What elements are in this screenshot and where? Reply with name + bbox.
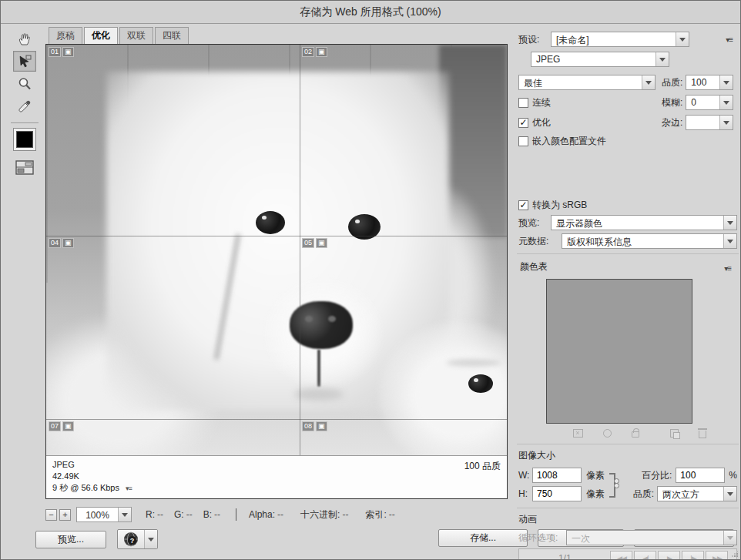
slice-05[interactable]: 05▣ [302,238,327,248]
delete-color-icon[interactable] [699,431,706,438]
blur-value: 0 [686,96,719,109]
preview-tabs: 原稿 优化 双联 四联 [49,29,508,44]
tab-optimized[interactable]: 优化 [84,27,118,44]
default-browser-button[interactable]: ? [117,529,158,549]
convert-srgb-label: 转换为 sRGB [532,199,587,212]
preset-select[interactable]: [未命名] [551,32,689,47]
save-for-web-dialog: 存储为 Web 所用格式 (100%) [0,0,741,560]
animation-playback-bar: 1/1 ◀◀ ◀| ▶ |▶ ▶▶ [518,548,737,560]
tab-4up[interactable]: 四联 [155,27,189,44]
slice-select-tool-button[interactable] [13,51,36,72]
height-label: H: [518,488,532,499]
panel-spacer [517,151,739,199]
matte-label: 杂边: [662,116,682,129]
chevron-down-icon [642,75,655,89]
slice-01[interactable]: 01▣ [49,47,74,57]
last-frame-button[interactable]: ▶▶ [706,551,728,560]
slice-image-icon: ▣ [62,421,74,431]
status-file-size: 42.49K [52,471,501,482]
tab-2up[interactable]: 双联 [119,27,153,44]
hand-icon [17,32,32,47]
optimize-menu-icon[interactable]: ▾≡ [726,35,733,44]
map-transparency-icon[interactable]: × [573,429,583,438]
g-readout: G:-- [174,509,193,520]
dialog-title: 存储为 Web 所用格式 (100%) [1,1,740,24]
width-input[interactable] [532,468,582,483]
eyedropper-icon [17,99,32,114]
footer-left: 预览... ? [35,529,158,549]
tab-original[interactable]: 原稿 [49,27,82,44]
metadata-select[interactable]: 版权和联系信息 [562,233,737,249]
format-select[interactable]: JPEG [531,52,669,67]
blur-label: 模糊: [662,96,682,109]
percent-unit: % [729,470,737,481]
matte-combo[interactable] [686,115,733,130]
convert-srgb-checkbox[interactable]: ✓ [518,200,528,210]
blur-combo[interactable]: 0 [686,95,733,110]
zoom-level-value: 100% [77,508,118,521]
slice-04[interactable]: 04▣ [49,238,74,248]
check-icon: ✓ [519,201,527,210]
slice-04-number: 04 [49,238,61,248]
image-size-section: W: 像素 百分比: % H: 像素 品质: 两次立方 [518,466,737,503]
color-table-area [546,279,692,424]
chevron-down-icon [719,116,733,129]
zoom-out-button[interactable]: − [45,509,57,521]
zoom-tool-button[interactable] [13,73,36,94]
slices-visibility-icon [15,160,34,175]
percent-input[interactable] [676,468,725,483]
compression-quality-select[interactable]: 最佳 [518,75,656,90]
next-frame-button[interactable]: |▶ [682,551,704,560]
slice-image-icon: ▣ [316,421,327,431]
preview-mode-select[interactable]: 显示器颜色 [551,215,737,230]
optimized-checkbox[interactable]: ✓ [518,118,528,128]
hand-tool-button[interactable] [13,29,36,49]
zoom-level-select[interactable]: 100% [76,507,132,522]
compression-quality-value: 最佳 [519,75,642,89]
puppy-mouth [317,350,320,387]
link-icon[interactable] [614,483,619,488]
previous-frame-button[interactable]: ◀| [634,551,656,560]
embed-profile-checkbox[interactable] [518,136,528,146]
play-button[interactable]: ▶ [658,551,680,560]
slice-07[interactable]: 07▣ [49,421,74,431]
section-separator [517,253,739,254]
save-button[interactable]: 存储... [438,529,528,547]
preview-in-browser-button[interactable]: 预览... [35,531,106,548]
progressive-label: 连续 [532,96,551,109]
lock-color-icon[interactable] [632,431,639,438]
r-readout: R:-- [146,509,163,520]
zoom-in-button[interactable]: + [59,509,71,521]
progressive-checkbox-row[interactable]: 连续 [518,96,656,109]
new-color-icon[interactable] [670,429,679,438]
slice-02-number: 02 [302,47,314,57]
quality-combo[interactable]: 100 [686,75,733,90]
resize-grip[interactable] [732,551,738,557]
color-table-menu-icon[interactable]: ▾≡ [724,264,731,273]
eyedropper-tool-button[interactable] [13,96,36,116]
section-separator [517,508,739,508]
optimized-checkbox-row[interactable]: ✓ 优化 [518,116,656,129]
chevron-down-icon [723,234,736,248]
web-shift-icon[interactable] [603,429,612,438]
status-quality: 100 品质 [464,460,501,473]
status-menu-icon[interactable]: ▾≡ [126,485,132,492]
optimized-image-canvas[interactable]: 01▣ 02▣ 04▣ 05▣ 07▣ 08▣ [46,45,507,455]
optimize-status-area: JPEG 42.49K 9 秒 @ 56.6 Kbps▾≡ 100 品质 [46,455,507,498]
first-frame-button[interactable]: ◀◀ [610,551,632,560]
toggle-slices-visibility-button[interactable] [13,157,36,178]
slice-image-icon: ▣ [62,238,74,248]
resample-quality-select[interactable]: 两次立方 [657,486,737,501]
magnifier-icon [17,76,32,92]
slice-image-icon: ▣ [316,238,327,248]
eyedropper-color-swatch[interactable] [13,128,36,151]
slice-08-number: 08 [302,421,314,431]
progressive-checkbox[interactable] [518,98,528,108]
slice-02[interactable]: 02▣ [302,47,327,57]
metadata-value: 版权和联系信息 [562,234,723,248]
height-input[interactable] [532,486,582,501]
quality-label: 品质: [662,76,682,89]
loop-options-select[interactable]: 一次 [566,530,737,545]
chevron-down-icon[interactable] [144,530,157,548]
slice-08[interactable]: 08▣ [302,421,327,431]
